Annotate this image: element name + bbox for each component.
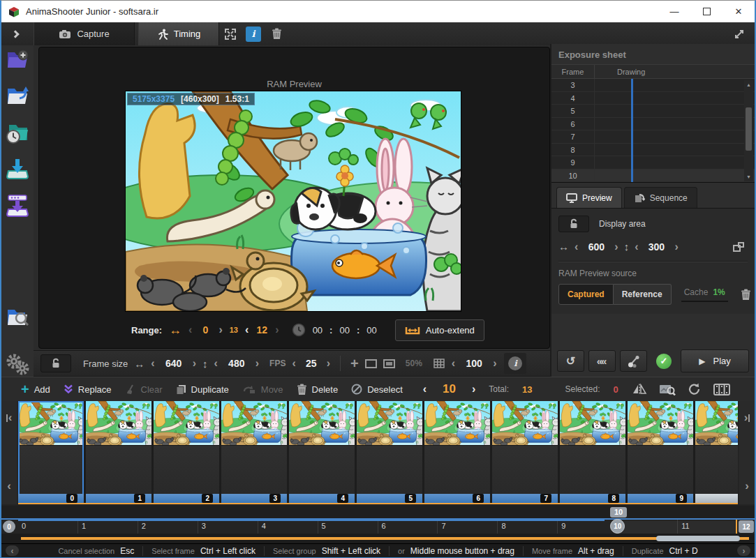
info-button[interactable]: i xyxy=(246,27,261,42)
close-button[interactable]: ✕ xyxy=(722,1,755,22)
grid-icon[interactable] xyxy=(433,358,445,369)
timeline-frame-cell[interactable]: 4 xyxy=(289,401,355,503)
exposure-row[interactable]: 7 xyxy=(551,130,755,144)
timeline-position-badge[interactable]: 10 xyxy=(610,507,627,518)
range-start-decrement[interactable]: ‹ xyxy=(188,324,192,335)
move-frame-button[interactable]: Move xyxy=(242,384,283,395)
current-frame-increment[interactable]: › xyxy=(472,384,475,395)
ruler-cell[interactable]: 9 xyxy=(557,520,617,534)
ruler-cell[interactable]: 1 xyxy=(77,520,138,534)
loop-button[interactable]: ↺ xyxy=(557,350,584,372)
ruler-cell[interactable]: 6 xyxy=(378,520,438,534)
exposure-scroll-track[interactable] xyxy=(744,89,753,172)
ruler-cell[interactable]: 3 xyxy=(198,520,258,534)
frame-cell-scroll-thumb[interactable] xyxy=(695,494,738,503)
clear-cache-button[interactable] xyxy=(741,289,751,301)
range-end-decrement[interactable]: ‹ xyxy=(245,324,249,335)
exposure-row[interactable]: 4 xyxy=(551,92,755,105)
crosshair-icon[interactable]: + xyxy=(350,356,359,372)
current-frame-decrement[interactable]: ‹ xyxy=(423,384,427,395)
tab-capture[interactable]: Capture xyxy=(34,22,135,45)
detach-panel-button[interactable] xyxy=(724,22,755,45)
timeline-ruler[interactable]: 0 01234567891011 12 xyxy=(1,520,755,534)
mirror-icon[interactable] xyxy=(632,384,647,395)
timeline-frame-cell[interactable]: 1 xyxy=(86,401,151,503)
play-button[interactable]: ▶ Play xyxy=(681,349,749,372)
timeline-frame-cell[interactable]: 5 xyxy=(357,401,422,503)
go-last-frame-button[interactable]: › xyxy=(739,404,755,432)
scroll-up-icon[interactable]: ▲ xyxy=(744,80,753,89)
timeline-frame-cell[interactable]: 0 xyxy=(18,401,84,503)
source-reference-button[interactable]: Reference xyxy=(614,284,672,305)
prev-frame-button[interactable]: ‹ xyxy=(1,472,17,500)
replace-frame-button[interactable]: Replace xyxy=(64,384,112,395)
filmstrip-icon[interactable] xyxy=(713,384,730,395)
height-decrement[interactable]: ‹ xyxy=(635,241,638,252)
frame-info-button[interactable]: i xyxy=(504,353,526,374)
go-first-frame-button[interactable]: ‹ xyxy=(1,404,17,432)
ruler-cell[interactable]: 8 xyxy=(497,520,557,534)
exposure-row[interactable]: 6 xyxy=(551,118,755,131)
duplicate-frame-button[interactable]: Duplicate xyxy=(176,384,229,395)
new-project-button[interactable] xyxy=(6,48,29,72)
timeline-frame-cell[interactable]: 2 xyxy=(154,401,219,503)
frame-height-increment[interactable]: › xyxy=(255,358,259,369)
timeline-frame-cell-partial[interactable] xyxy=(695,401,738,503)
delete-frame-button[interactable]: Delete xyxy=(297,384,339,395)
next-frame-button[interactable]: › xyxy=(739,472,755,500)
frame-width-decrement[interactable]: ‹ xyxy=(151,358,154,369)
menu-expand-button[interactable] xyxy=(1,22,29,45)
timeline-scrollbar[interactable] xyxy=(1,534,755,543)
exposure-scrollbar[interactable]: ▲ ▼ xyxy=(744,80,753,181)
source-captured-button[interactable]: Captured xyxy=(558,284,614,305)
exposure-row[interactable]: 10 xyxy=(551,169,755,183)
import-frames-button[interactable] xyxy=(6,158,29,180)
frame-width-increment[interactable]: › xyxy=(193,358,196,369)
refresh-icon[interactable] xyxy=(688,383,702,395)
exposure-row[interactable]: 9 xyxy=(551,156,755,169)
image-zoom-icon[interactable] xyxy=(659,383,676,395)
timeline-frame-cell[interactable]: 7 xyxy=(492,401,558,503)
fullscreen-button[interactable] xyxy=(219,22,242,45)
range-start-increment[interactable]: › xyxy=(218,324,222,335)
timeline-frame-cell[interactable]: 3 xyxy=(221,401,287,503)
status-scroll-right-button[interactable]: › xyxy=(737,545,750,556)
frame-size-lock-button[interactable] xyxy=(40,354,71,372)
delete-project-button[interactable] xyxy=(265,22,288,45)
timeline-frame-cell[interactable]: 6 xyxy=(424,401,490,503)
search-project-button[interactable] xyxy=(6,306,29,329)
display-lock-button[interactable] xyxy=(558,216,589,232)
deselect-button[interactable]: Deselect xyxy=(351,384,403,395)
width-increment[interactable]: › xyxy=(614,241,618,252)
frame-height-decrement[interactable]: ‹ xyxy=(214,358,217,369)
exposure-row[interactable]: 3 xyxy=(551,79,755,92)
timeline-frame-cell[interactable]: 9 xyxy=(628,401,693,503)
export-project-button[interactable] xyxy=(6,84,29,108)
metronome-button[interactable] xyxy=(620,350,647,372)
frame-outline-icon[interactable] xyxy=(365,359,377,368)
ruler-cell[interactable]: 2 xyxy=(138,520,198,534)
auto-extend-button[interactable]: Auto-extend xyxy=(395,319,484,341)
fps-increment[interactable]: › xyxy=(327,358,330,369)
add-frame-button[interactable]: + Add xyxy=(21,384,50,395)
recent-projects-button[interactable] xyxy=(6,121,29,144)
status-scroll-left-button[interactable]: ‹ xyxy=(6,545,19,556)
exposure-row[interactable]: 5 xyxy=(551,105,755,118)
rewind-button[interactable]: «« xyxy=(588,350,616,372)
width-decrement[interactable]: ‹ xyxy=(575,241,578,252)
tab-sequence[interactable]: Sequence xyxy=(624,187,697,208)
clear-frame-button[interactable]: Clear xyxy=(125,384,163,395)
height-increment[interactable]: › xyxy=(674,241,678,252)
settings-button[interactable] xyxy=(6,353,29,375)
grid-decrement[interactable]: ‹ xyxy=(452,358,455,369)
grid-increment[interactable]: › xyxy=(493,358,496,369)
ruler-cell[interactable]: 5 xyxy=(318,520,378,534)
timeline-scrollbar-thumb[interactable] xyxy=(656,536,740,541)
tab-timing[interactable]: Timing xyxy=(138,22,219,45)
maximize-button[interactable] xyxy=(690,1,722,22)
range-end-increment[interactable]: › xyxy=(275,324,279,335)
ruler-cell[interactable]: 7 xyxy=(437,520,497,534)
fps-decrement[interactable]: ‹ xyxy=(292,358,295,369)
ruler-cell[interactable]: 4 xyxy=(258,520,318,534)
exposure-row[interactable]: 8 xyxy=(551,144,755,157)
